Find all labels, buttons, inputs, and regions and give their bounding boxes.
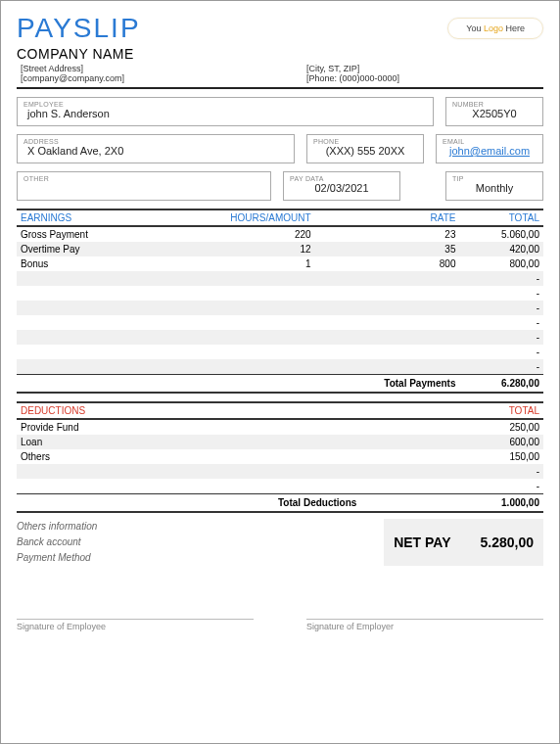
netpay-label: NET PAY [394,535,450,550]
company-phone: [Phone: (000)000-0000] [306,73,543,83]
page-title: PAYSLIP [17,13,141,44]
cell-desc: Others [17,449,360,464]
cell-total: 150,00 [360,449,543,464]
paydate-value: 02/03/2021 [290,182,394,194]
table-row: Provide Fund250,00 [17,419,543,435]
cell-desc: Overtime Pay [17,242,154,256]
cell-rate: 800 [315,256,460,271]
sig-employer: Signature of Employer [306,619,543,631]
cell-hours [154,286,314,301]
earnings-table: EARNINGS HOURS/AMOUNT RATE TOTAL Gross P… [17,209,543,394]
email-label: EMAIL [443,138,537,145]
field-row-3: OTHER PAY DATA 02/03/2021 TIP Monthly [17,171,543,201]
table-row: - [17,330,543,345]
netpay-value: 5.280,00 [481,535,535,550]
address-field: ADDRESS X Oakland Ave, 2X0 [17,134,295,163]
cell-hours [154,345,314,359]
cell-total: 800,00 [459,256,543,271]
sig-employee: Signature of Employee [17,619,254,631]
cell-desc [17,315,154,330]
cell-desc: Loan [17,435,360,449]
cell-rate [315,271,460,286]
divider [17,87,543,89]
tip-field: TIP Monthly [445,171,543,201]
table-row: - [17,286,543,301]
header: PAYSLIP You Logo Here [17,13,543,44]
other-label: OTHER [23,175,264,182]
table-row: Bonus1800800,00 [17,256,543,271]
cell-desc [17,479,360,494]
table-row: - [17,464,543,479]
cell-rate [315,286,460,301]
cell-desc [17,286,154,301]
table-row: - [17,301,543,315]
cell-hours [154,330,314,345]
cell-desc: Provide Fund [17,419,360,435]
email-field: EMAIL john@email.com [436,134,543,163]
cell-total: 600,00 [360,435,543,449]
phone-value: (XXX) 555 20XX [313,145,417,157]
street-address: [Street Address] [21,64,306,73]
number-field: NUMBER X2505Y0 [445,97,543,126]
cell-total: - [459,271,543,286]
deductions-total-label: Total Deductions [17,494,360,513]
signature-row: Signature of Employee Signature of Emplo… [17,619,543,631]
table-row: Loan600,00 [17,435,543,449]
field-row-2: ADDRESS X Oakland Ave, 2X0 PHONE (XXX) 5… [17,134,543,163]
field-row-1: EMPLOYEE john S. Anderson NUMBER X2505Y0 [17,97,543,126]
cell-desc [17,271,154,286]
cell-desc: Gross Payment [17,226,154,242]
earnings-total-label: Total Payments [315,375,460,394]
table-row: Overtime Pay1235420,00 [17,242,543,256]
deductions-table: DEDUCTIONS TOTAL Provide Fund250,00Loan6… [17,401,543,513]
cell-rate [315,359,460,375]
cell-hours [154,315,314,330]
cell-rate [315,345,460,359]
cell-total: - [459,315,543,330]
cell-rate [315,315,460,330]
table-row: - [17,315,543,330]
email-link[interactable]: john@email.com [449,145,530,157]
cell-total: 250,00 [360,419,543,435]
deductions-total-header: TOTAL [360,402,543,419]
logo-text-mid: Logo [484,23,503,33]
cell-desc [17,464,360,479]
table-row: - [17,359,543,375]
cell-hours [154,271,314,286]
paydate-field: PAY DATA 02/03/2021 [283,171,400,201]
cell-total: - [360,464,543,479]
others-info-label: Others information [17,519,97,535]
paydate-label: PAY DATA [290,175,394,182]
method-label: Payment Method [17,550,97,566]
employee-label: EMPLOYEE [23,101,427,108]
city-zip: [City, ST, ZIP] [306,64,543,73]
cell-total: 5.060,00 [459,226,543,242]
cell-total: - [459,301,543,315]
phone-label: PHONE [313,138,417,145]
cell-desc [17,330,154,345]
cell-hours: 1 [154,256,314,271]
cell-total: - [459,345,543,359]
phone-field: PHONE (XXX) 555 20XX [306,134,424,163]
cell-rate: 23 [315,226,460,242]
cell-hours: 12 [154,242,314,256]
address-label: ADDRESS [23,138,288,145]
cell-rate [315,330,460,345]
number-value: X2505Y0 [452,108,537,119]
earnings-total-value: 6.280,00 [459,375,543,394]
cell-hours [154,359,314,375]
table-row: - [17,271,543,286]
total-header: TOTAL [459,209,543,226]
address-value: X Oakland Ave, 2X0 [23,145,288,157]
cell-hours [154,301,314,315]
hours-header: HOURS/AMOUNT [154,209,314,226]
cell-total: - [459,330,543,345]
cell-desc [17,301,154,315]
cell-desc [17,359,154,375]
tip-value: Monthly [452,182,537,194]
netpay-row: Others information Banck account Payment… [17,519,543,566]
cell-desc: Bonus [17,256,154,271]
cell-total: - [459,359,543,375]
cell-hours: 220 [154,226,314,242]
bank-label: Banck account [17,535,97,550]
